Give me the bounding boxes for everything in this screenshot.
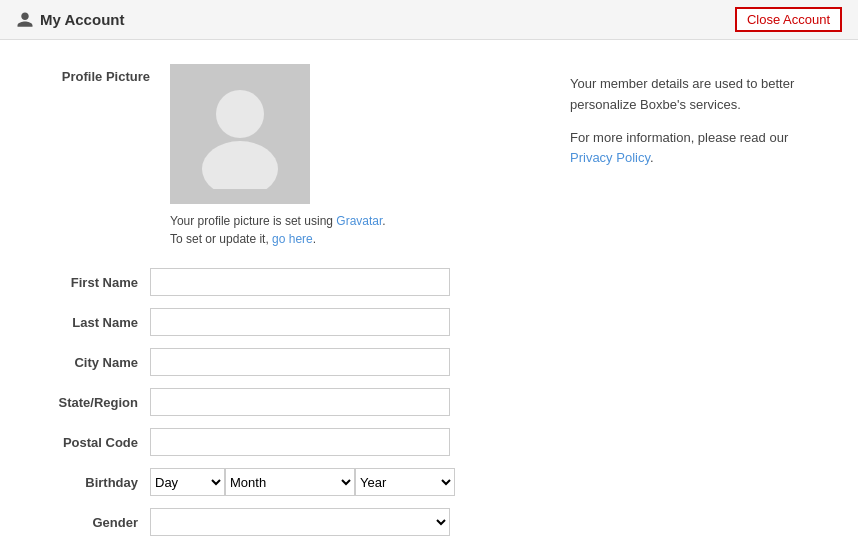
profile-picture-label: Profile Picture: [30, 64, 150, 248]
gender-select[interactable]: Male Female Other Prefer not to say: [150, 508, 450, 536]
svg-point-0: [216, 90, 264, 138]
user-icon: [16, 11, 34, 29]
go-here-link[interactable]: go here: [272, 232, 313, 246]
birthday-label: Birthday: [30, 475, 150, 490]
close-account-button[interactable]: Close Account: [735, 7, 842, 32]
birthday-year-select[interactable]: Year 20262025202420232022202120202019201…: [355, 468, 455, 496]
first-name-input[interactable]: [150, 268, 450, 296]
last-name-row: Last Name: [30, 308, 530, 336]
info-text-2-after: .: [650, 150, 654, 165]
main-content: Profile Picture Your profile picture is …: [0, 40, 858, 546]
info-text-2: For more information, please read our Pr…: [570, 128, 830, 170]
svg-point-1: [202, 141, 278, 189]
postal-code-label: Postal Code: [30, 435, 150, 450]
profile-picture-placeholder: [170, 64, 310, 204]
state-region-label: State/Region: [30, 395, 150, 410]
postal-code-row: Postal Code: [30, 428, 530, 456]
city-name-row: City Name: [30, 348, 530, 376]
left-column: Profile Picture Your profile picture is …: [30, 64, 530, 546]
first-name-row: First Name: [30, 268, 530, 296]
info-text-1: Your member details are used to better p…: [570, 74, 830, 116]
postal-code-input[interactable]: [150, 428, 450, 456]
profile-picture-content: Your profile picture is set using Gravat…: [170, 64, 386, 248]
birthday-day-select[interactable]: Day 12345 678910 1112131415 1617181920 2…: [150, 468, 225, 496]
state-region-row: State/Region: [30, 388, 530, 416]
profile-picture-section: Profile Picture Your profile picture is …: [30, 64, 530, 248]
birthday-selects: Day 12345 678910 1112131415 1617181920 2…: [150, 468, 455, 496]
privacy-policy-link[interactable]: Privacy Policy: [570, 150, 650, 165]
profile-picture-text: Your profile picture is set using Gravat…: [170, 212, 386, 248]
state-region-input[interactable]: [150, 388, 450, 416]
gender-row: Gender Male Female Other Prefer not to s…: [30, 508, 530, 536]
last-name-input[interactable]: [150, 308, 450, 336]
gravatar-link[interactable]: Gravatar: [336, 214, 382, 228]
info-text-2-before: For more information, please read our: [570, 130, 788, 145]
header-title: My Account: [40, 11, 124, 28]
update-text-before: To set or update it,: [170, 232, 272, 246]
gender-label: Gender: [30, 515, 150, 530]
header-left: My Account: [16, 11, 124, 29]
first-name-label: First Name: [30, 275, 150, 290]
gravatar-text-after: .: [382, 214, 385, 228]
city-name-label: City Name: [30, 355, 150, 370]
update-text-after: .: [313, 232, 316, 246]
gravatar-text-before: Your profile picture is set using: [170, 214, 336, 228]
header: My Account Close Account: [0, 0, 858, 40]
info-panel: Your member details are used to better p…: [570, 64, 830, 546]
birthday-row: Birthday Day 12345 678910 1112131415 161…: [30, 468, 530, 496]
last-name-label: Last Name: [30, 315, 150, 330]
avatar-silhouette: [190, 79, 290, 189]
birthday-month-select[interactable]: Month JanuaryFebruaryMarchApril MayJuneJ…: [225, 468, 355, 496]
city-name-input[interactable]: [150, 348, 450, 376]
